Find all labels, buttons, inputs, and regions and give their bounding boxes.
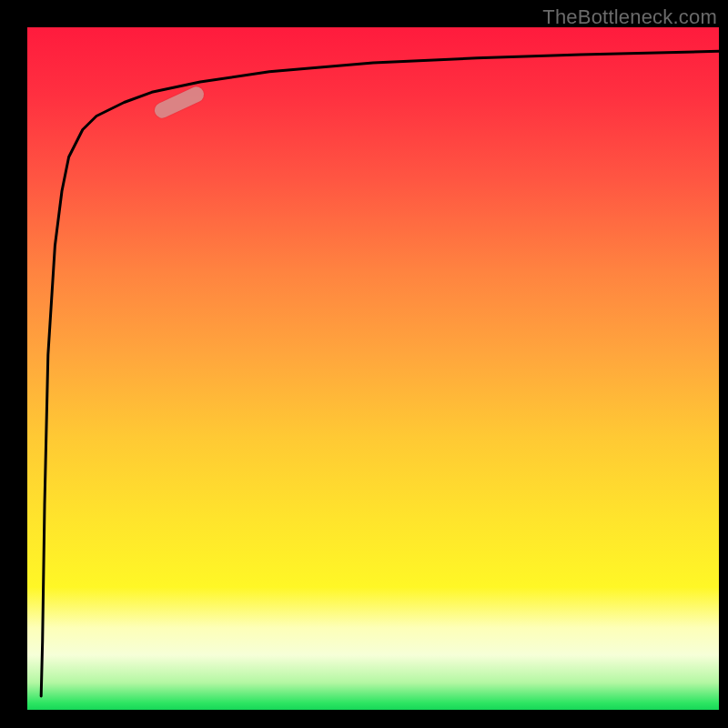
plot-area (27, 27, 719, 710)
attribution-text: TheBottleneck.com (542, 5, 717, 29)
chart-frame: TheBottleneck.com (0, 0, 728, 728)
curve-svg (27, 27, 719, 710)
curve-path (41, 51, 719, 696)
